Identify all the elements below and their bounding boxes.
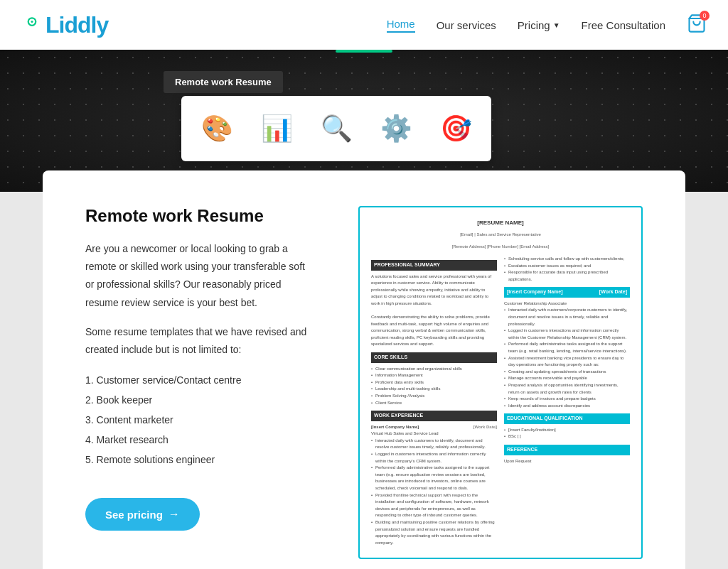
user-target-icon[interactable]: 🎯 bbox=[434, 107, 477, 150]
resume-skill-1: Clear communication and organizational s… bbox=[371, 366, 497, 373]
resume-role: [Email] | Sales and Service Representati… bbox=[371, 232, 630, 238]
list-item: 2. Book keeper bbox=[85, 390, 316, 410]
resume-exp-right-4: Assisted investment banking vice preside… bbox=[504, 355, 630, 369]
resume-position-1: Virtual Hub Sales and Service Lead bbox=[371, 430, 497, 438]
resume-skill-4: Leadership and multi-tasking skills bbox=[371, 386, 497, 393]
main-nav: Home Our services Pricing ▼ Free Consult… bbox=[387, 13, 707, 36]
resume-skill-6: Client Service bbox=[371, 400, 497, 407]
logo-text: Liddly bbox=[46, 12, 108, 38]
resume-core-skills-title: CORE SKILLS bbox=[371, 352, 497, 363]
resume-position-2: Customer Relationship Associate bbox=[504, 300, 630, 308]
resume-company-1: [Insert Company Name] [Work Date] bbox=[371, 424, 497, 431]
text-section: Remote work Resume Are you a newcomer or… bbox=[85, 206, 316, 531]
resume-right-1: Scheduling service calls and follow up w… bbox=[504, 256, 630, 263]
resume-skill-5: Problem Solving /Analysis bbox=[371, 393, 497, 400]
header: Liddly Home Our services Pricing ▼ Free … bbox=[0, 0, 728, 50]
settings-monitor-icon[interactable]: ⚙️ bbox=[375, 107, 417, 150]
resume-edu-1: [Insert Faculty/Institution] bbox=[504, 427, 630, 434]
nav-pricing-label: Pricing bbox=[518, 19, 550, 31]
nav-services[interactable]: Our services bbox=[437, 19, 496, 31]
search-data-icon[interactable]: 🔍 bbox=[315, 107, 358, 150]
resume-education-title: EDUCATIONAL QUALIFICATION bbox=[504, 413, 630, 424]
resume-exp-right-9: Identify and address account discrepanci… bbox=[504, 403, 630, 410]
service-icons-panel: 🎨 📊 🔍 ⚙️ 🎯 bbox=[181, 96, 491, 161]
resume-exp-2: Logged in customers interactions and inf… bbox=[371, 451, 497, 465]
section-description-1: Are you a newcomer or local looking to g… bbox=[85, 240, 316, 312]
resume-left-col: PROFESSIONAL SUMMARY A solutions focused… bbox=[371, 256, 497, 546]
resume-exp-right-1: Interacted daily with customers/corporat… bbox=[504, 307, 630, 327]
resume-exp-right-3: Performed daily administrative tasks ass… bbox=[504, 341, 630, 354]
resume-prof-summary-text: A solutions focused sales and service pr… bbox=[371, 273, 497, 349]
palette-icon[interactable]: 🎨 bbox=[196, 107, 238, 150]
resume-exp-right-6: Manage accounts receivable and payable bbox=[504, 375, 630, 382]
list-item: 1. Customer service/Contact centre bbox=[85, 370, 316, 390]
service-list: 1. Customer service/Contact centre 2. Bo… bbox=[85, 370, 316, 470]
list-item: 5. Remote solutions engineer bbox=[85, 450, 316, 470]
section-description-2: Some resume templates that we have revis… bbox=[85, 323, 316, 359]
resume-company-2-title: [Insert Company Name] [Work Date] bbox=[504, 287, 630, 298]
list-item: 3. Content marketer bbox=[85, 410, 316, 430]
resume-exp-right-7: Prepared analysis of opportunities ident… bbox=[504, 382, 630, 396]
nav-home[interactable]: Home bbox=[387, 18, 415, 33]
resume-name: [RESUME NAME] bbox=[371, 219, 630, 227]
resume-right-col: Scheduling service calls and follow up w… bbox=[504, 256, 630, 546]
free-consultation-button[interactable]: Free Consultation bbox=[582, 19, 665, 31]
cart-button[interactable]: 0 bbox=[687, 13, 707, 36]
resume-exp-4: Provided frontline technical support wit… bbox=[371, 492, 497, 519]
see-pricing-button[interactable]: See pricing → bbox=[85, 498, 200, 531]
svg-point-1 bbox=[31, 21, 33, 23]
resume-exp-5: Building and maintaining positive custom… bbox=[371, 519, 497, 546]
section-title: Remote work Resume bbox=[85, 206, 316, 226]
resume-exp-right-5: Creating and updating spreadsheets of tr… bbox=[504, 369, 630, 376]
chevron-down-icon: ▼ bbox=[553, 21, 560, 29]
resume-edu-2: BSc [ ] bbox=[504, 433, 630, 440]
resume-exp-right-2: Logged in customers interactions and inf… bbox=[504, 327, 630, 341]
nav-pricing-dropdown[interactable]: Pricing ▼ bbox=[518, 19, 560, 31]
resume-right-2: Escalates customer issues as required; a… bbox=[504, 263, 630, 270]
hero-tag: Remote work Resume bbox=[164, 71, 283, 93]
resume-preview: [RESUME NAME] [Email] | Sales and Servic… bbox=[358, 206, 643, 559]
resume-work-exp-title: WORK EXPERIENCE bbox=[371, 411, 497, 421]
logo-icon bbox=[21, 14, 43, 36]
resume-skill-2: Information Management bbox=[371, 372, 497, 379]
resume-reference-title: REFERENCE bbox=[504, 445, 630, 455]
resume-exp-3: Performed daily administrative tasks ass… bbox=[371, 465, 497, 492]
progress-bar bbox=[336, 50, 392, 53]
cart-badge: 0 bbox=[700, 11, 710, 21]
resume-prof-summary-title: PROFESSIONAL SUMMARY bbox=[371, 260, 497, 271]
resume-skill-3: Proficient data entry skills bbox=[371, 379, 497, 386]
resume-right-3: Responsible for accurate data input usin… bbox=[504, 269, 630, 283]
resume-address: [Remote Address] [Phone Number] [Email A… bbox=[371, 244, 630, 250]
arrow-icon: → bbox=[168, 508, 180, 521]
chart-icon[interactable]: 📊 bbox=[255, 107, 298, 150]
resume-reference-text: Upon Request bbox=[504, 458, 630, 465]
resume-exp-1: Interacted daily with customers to ident… bbox=[371, 438, 497, 451]
resume-exp-right-8: Keep records of invoices and prepare bud… bbox=[504, 396, 630, 403]
main-content-card: Remote work Resume Are you a newcomer or… bbox=[43, 170, 685, 569]
see-pricing-label: See pricing bbox=[105, 509, 163, 521]
list-item: 4. Market research bbox=[85, 430, 316, 450]
logo[interactable]: Liddly bbox=[21, 12, 108, 38]
